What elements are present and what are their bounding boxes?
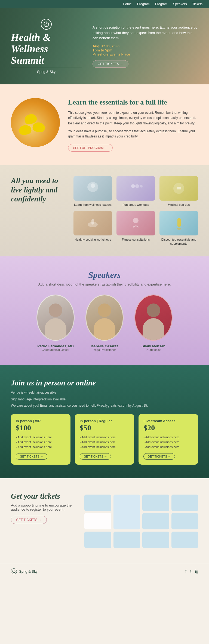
person-head-3 [147,303,160,317]
speakers-grid: Pedro Fernandes, MD Chief Medical Office… [11,295,198,351]
ticket-stub-6 [84,532,111,548]
activity-item-medical: Medical pop-ups [159,176,198,207]
speakers-description: Add a short description of the speakers.… [11,282,198,286]
svg-point-16 [133,218,139,223]
ticket-vip-price: $100 [16,424,66,432]
svg-line-5 [46,23,47,24]
essentials-circle-img [11,98,60,147]
speaker-pedro-silhouette [37,295,74,340]
medical-image [159,176,198,201]
accessibility-email: We care about you! Email any assistance … [11,404,198,407]
ticket-stub-9 [171,532,198,548]
nav-program-1[interactable]: Program [137,2,150,6]
activities-title-text: All you need to live lightly and confide… [11,176,65,204]
accessibility-line-2: Sign language interpretation available [11,397,198,402]
compass-svg [43,21,49,27]
speakers-section: Speakers Add a short description of the … [0,256,209,365]
footer-logo-icon [11,568,17,574]
activity-label-cooking: Healthy cooking workshops [73,238,112,241]
activity-item-fitness: Fitness consultations [116,211,155,246]
person-head [49,303,62,317]
hero-title: Health & Wellness Summit [11,32,82,66]
speaker-shani: Shani Mensah Nutritionist [134,295,173,351]
activity-label-wellness: Learn from wellness leaders [73,203,112,207]
ticket-regular-include-1: Add event inclusions here [80,435,130,440]
tickets-pricing-section: Join us in person or online Venue is whe… [0,365,209,478]
wellness-image [73,176,112,201]
ticket-cards-grid: In-person | VIP $100 Add event inclusion… [11,414,198,465]
speaker-shani-image [134,295,173,341]
svg-point-8 [91,183,95,188]
ticket-stub-5 [171,513,198,529]
get-tickets-cta-button[interactable]: GET TICKETS → [11,516,47,524]
twitter-link[interactable]: t [190,569,191,574]
instagram-link[interactable]: ig [195,569,198,574]
ticket-livestream-type: Livestream Access [143,419,193,423]
person-head-2 [98,303,111,317]
cooking-image [73,211,112,235]
nav-tickets[interactable]: Tickets [192,2,202,6]
speakers-title: Speakers [11,270,198,280]
svg-rect-15 [91,219,94,225]
essentials-body-1: This space gives you more room to expoun… [68,110,198,126]
ticket-card-livestream: Livestream Access $20 Add event inclusio… [139,414,198,465]
accessibility-line-1: Venue is wheelchair-accessible [11,390,198,395]
hero-description: A short description of the event goes he… [93,25,198,41]
ticket-livestream-include-2: Add event inclusions here [143,440,193,445]
svg-rect-13 [177,187,181,189]
hero-time: 1pm to 5pm [93,48,198,52]
get-tickets-content: Get your tickets Add a supporting line t… [11,492,76,524]
get-tickets-title: Get your tickets [11,492,76,501]
compass-icon [41,19,52,30]
speaker-shani-silhouette [135,295,172,340]
ticket-regular-cta-button[interactable]: GET TICKETS → [80,453,111,460]
ticket-stub-4 [142,513,169,529]
svg-point-10 [135,184,139,188]
svg-point-18 [177,228,181,230]
svg-line-6 [46,24,46,26]
nav-home[interactable]: Home [123,2,132,6]
nav-program-2[interactable]: Program [155,2,168,6]
ticket-stub-7 [113,532,140,548]
hero-logo [11,19,82,30]
speaker-isabelle-role: Yoga Practitioner [85,348,124,351]
footer-compass-svg [12,569,16,573]
footer-brand-name: Sprig & Sky [19,569,38,574]
fitness-icon [128,215,144,231]
ticket-vip-include-2: Add event inclusions here [16,440,66,445]
ticket-vip-type: In-person | VIP [16,419,66,423]
hero-right: A short description of the event goes he… [93,25,198,68]
see-full-program-button[interactable]: SEE FULL PROGRAM → [68,144,113,152]
ticket-regular-include-3: Add event inclusions here [80,445,130,450]
ticket-stub-8 [142,532,169,548]
supplements-image [159,211,198,235]
svg-point-11 [140,185,143,188]
activity-item-wellness: Learn from wellness leaders [73,176,112,207]
ticket-regular-price: $50 [80,424,130,432]
ticket-card-regular: In-person | Regular $50 Add event inclus… [75,414,134,465]
ticket-stub-2 [142,495,169,511]
ticket-vip-include-3: Add event inclusions here [16,445,66,450]
supplements-icon [171,215,187,231]
medical-icon [171,180,187,197]
speaker-shani-name: Shani Mensah [134,344,173,348]
footer-social-links: f t ig [185,569,198,574]
footer-brand: Sprig & Sky [11,568,38,574]
ticket-livestream-cta-button[interactable]: GET TICKETS → [143,453,175,460]
join-us-title: Join us in person or online [11,379,198,387]
essentials-title: Learn the essentials for a full life [68,98,198,106]
hero-brand: Sprig & Sky [11,68,82,74]
hero-cta-button[interactable]: GET TICKETS → [93,60,128,68]
activity-item-workout: Fun group workouts [116,176,155,207]
essentials-content: Learn the essentials for a full life Thi… [68,98,198,152]
workout-image [116,176,155,201]
footer: Sprig & Sky f t ig [0,564,209,579]
essentials-body-2: Your ideas have a purpose, so choose wor… [68,129,198,139]
ticket-vip-cta-button[interactable]: GET TICKETS → [16,453,47,460]
fitness-image [116,211,155,235]
speaker-isabelle: Isabelle Casarez Yoga Practitioner [85,295,124,351]
hero-left: Health & Wellness Summit Sprig & Sky [11,19,82,73]
activities-section: All you need to live lightly and confide… [0,165,209,256]
facebook-link[interactable]: f [185,569,186,574]
nav-speakers[interactable]: Speakers [173,2,187,6]
